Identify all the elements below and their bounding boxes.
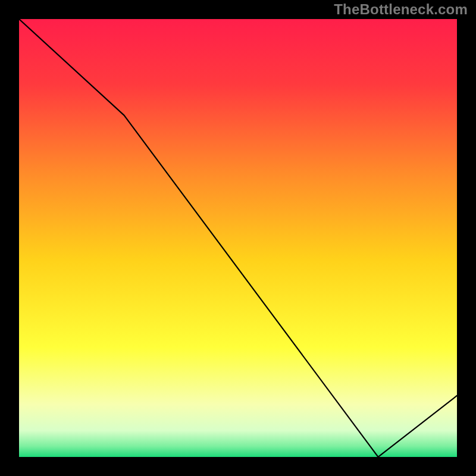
chart-svg bbox=[19, 19, 457, 457]
plot-area bbox=[19, 19, 457, 457]
gradient-background bbox=[19, 19, 457, 457]
watermark-text: TheBottleneck.com bbox=[334, 1, 468, 18]
chart-frame: TheBottleneck.com bbox=[0, 0, 476, 476]
